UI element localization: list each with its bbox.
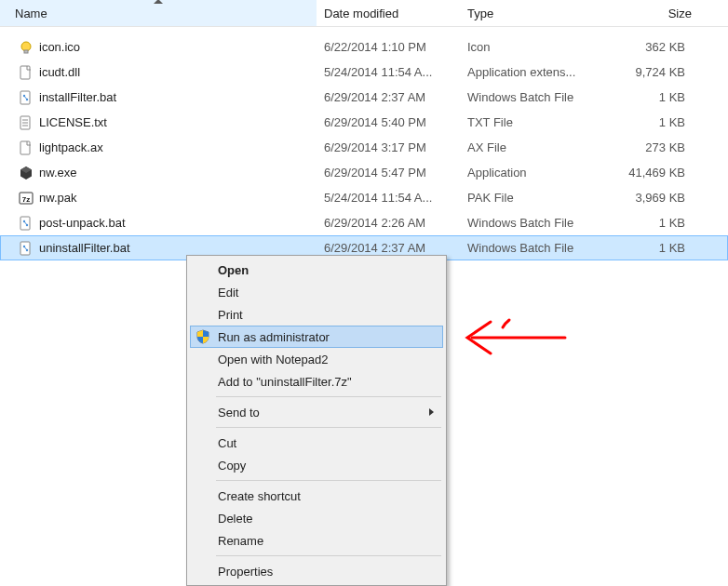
file-row[interactable]: LICENSE.txt6/29/2014 5:40 PMTXT File1 KB xyxy=(0,110,728,135)
file-name-label: LICENSE.txt xyxy=(39,115,107,129)
file-name-cell: icudt.dll xyxy=(0,65,317,80)
context-menu-separator xyxy=(216,480,441,481)
context-menu-item-label: Add to "uninstallFilter.7z" xyxy=(218,375,352,389)
file-type-icon xyxy=(19,115,34,130)
file-name-label: icon.ico xyxy=(39,40,80,54)
file-row[interactable]: nw.pak5/24/2014 11:54 A...PAK File3,969 … xyxy=(0,185,728,210)
file-date-cell: 6/29/2014 3:17 PM xyxy=(317,140,460,154)
context-menu-item-label: Create shortcut xyxy=(218,489,301,503)
file-name-label: nw.exe xyxy=(39,166,76,180)
sort-ascending-icon xyxy=(154,0,163,4)
file-row[interactable]: nw.exe6/29/2014 5:47 PMApplication41,469… xyxy=(0,160,728,185)
file-date-cell: 6/29/2014 2:37 AM xyxy=(317,90,460,104)
context-menu-item-label: Send to xyxy=(218,406,260,420)
context-menu-item-label: Copy xyxy=(218,459,246,473)
file-date-cell: 6/29/2014 2:26 AM xyxy=(317,216,460,230)
file-date-cell: 5/24/2014 11:54 A... xyxy=(317,65,460,79)
file-type-cell: Windows Batch File xyxy=(460,90,600,104)
column-header-name-label: Name xyxy=(15,7,47,20)
column-header-type-label: Type xyxy=(467,7,493,20)
context-menu-item-label: Open xyxy=(218,263,249,277)
column-header-date[interactable]: Date modified xyxy=(317,0,460,26)
file-size-cell: 273 KB xyxy=(600,140,700,154)
context-menu-separator xyxy=(216,396,441,397)
file-type-icon xyxy=(19,65,34,80)
uac-shield-icon xyxy=(195,329,210,344)
file-row[interactable]: lightpack.ax6/29/2014 3:17 PMAX File273 … xyxy=(0,135,728,160)
context-menu-item-label: Open with Notepad2 xyxy=(218,353,329,366)
file-name-label: uninstallFilter.bat xyxy=(39,241,130,255)
context-menu-item-label: Cut xyxy=(218,436,236,450)
column-header-name[interactable]: Name xyxy=(0,0,317,26)
context-menu-item[interactable]: Add to "uninstallFilter.7z" xyxy=(190,370,443,393)
context-menu-item[interactable]: Properties xyxy=(190,560,443,582)
file-size-cell: 362 KB xyxy=(600,40,700,54)
file-row[interactable]: installFilter.bat6/29/2014 2:37 AMWindow… xyxy=(0,85,728,110)
context-menu-item[interactable]: Send to xyxy=(190,401,443,423)
column-header-date-label: Date modified xyxy=(324,7,398,20)
file-date-cell: 6/22/2014 1:10 PM xyxy=(317,40,460,54)
context-menu-separator xyxy=(216,555,441,556)
file-name-cell: installFilter.bat xyxy=(0,90,317,105)
file-type-cell: Icon xyxy=(460,40,600,54)
file-list: icon.ico6/22/2014 1:10 PMIcon362 KBicudt… xyxy=(0,27,728,260)
file-name-cell: lightpack.ax xyxy=(0,140,317,155)
context-menu-item[interactable]: Create shortcut xyxy=(190,485,443,507)
file-type-icon xyxy=(19,191,34,206)
column-header-size-label: Size xyxy=(668,7,692,20)
file-type-cell: Windows Batch File xyxy=(460,241,600,255)
context-menu-item[interactable]: Cut xyxy=(190,432,443,454)
file-size-cell: 3,969 KB xyxy=(600,191,700,205)
context-menu-item-label: Print xyxy=(218,308,243,322)
file-size-cell: 1 KB xyxy=(600,216,700,230)
context-menu-separator xyxy=(216,427,441,428)
file-name-cell: LICENSE.txt xyxy=(0,115,317,130)
file-type-cell: PAK File xyxy=(460,191,600,205)
column-header-size[interactable]: Size xyxy=(600,0,700,26)
file-row[interactable]: post-unpack.bat6/29/2014 2:26 AMWindows … xyxy=(0,210,728,235)
file-row[interactable]: icon.ico6/22/2014 1:10 PMIcon362 KB xyxy=(0,34,728,60)
file-date-cell: 5/24/2014 11:54 A... xyxy=(317,191,460,205)
file-type-icon xyxy=(19,166,34,180)
context-menu-item[interactable]: Print xyxy=(190,303,443,326)
file-type-cell: Windows Batch File xyxy=(460,216,600,230)
context-menu-item[interactable]: Copy xyxy=(190,454,443,476)
file-name-cell: icon.ico xyxy=(0,40,317,55)
file-size-cell: 9,724 KB xyxy=(600,65,700,79)
file-date-cell: 6/29/2014 5:47 PM xyxy=(317,166,460,180)
file-type-cell: TXT File xyxy=(460,115,600,129)
annotation-arrow xyxy=(458,314,570,361)
context-menu-item-label: Run as administrator xyxy=(218,330,330,344)
file-type-icon xyxy=(19,90,34,105)
file-name-label: post-unpack.bat xyxy=(39,216,126,230)
context-menu: OpenEditPrintRun as administratorOpen wi… xyxy=(186,255,447,586)
file-name-label: installFilter.bat xyxy=(39,90,116,104)
file-type-icon xyxy=(19,140,34,155)
file-name-cell: post-unpack.bat xyxy=(0,216,317,231)
file-type-cell: Application xyxy=(460,166,600,180)
context-menu-item-label: Properties xyxy=(218,565,273,579)
file-name-cell: uninstallFilter.bat xyxy=(0,241,317,256)
context-menu-item[interactable]: Open xyxy=(190,259,443,281)
context-menu-item[interactable]: Rename xyxy=(190,529,443,552)
context-menu-item[interactable]: Run as administrator xyxy=(190,326,443,348)
file-name-label: lightpack.ax xyxy=(39,140,103,154)
context-menu-item[interactable]: Open with Notepad2 xyxy=(190,348,443,370)
file-type-cell: AX File xyxy=(460,140,600,154)
file-name-cell: nw.exe xyxy=(0,166,317,180)
file-type-icon xyxy=(19,216,34,231)
submenu-arrow-icon xyxy=(429,408,434,416)
file-size-cell: 1 KB xyxy=(600,241,700,255)
context-menu-item-label: Rename xyxy=(218,534,263,548)
context-menu-item[interactable]: Edit xyxy=(190,281,443,303)
file-size-cell: 1 KB xyxy=(600,115,700,129)
file-row[interactable]: icudt.dll5/24/2014 11:54 A...Application… xyxy=(0,60,728,85)
file-date-cell: 6/29/2014 2:37 AM xyxy=(317,241,460,255)
context-menu-item-label: Delete xyxy=(218,512,253,526)
file-type-icon xyxy=(19,40,34,55)
column-header-type[interactable]: Type xyxy=(460,0,600,26)
file-name-label: icudt.dll xyxy=(39,65,80,79)
context-menu-item[interactable]: Delete xyxy=(190,507,443,529)
file-size-cell: 1 KB xyxy=(600,90,700,104)
file-type-icon xyxy=(19,241,34,256)
